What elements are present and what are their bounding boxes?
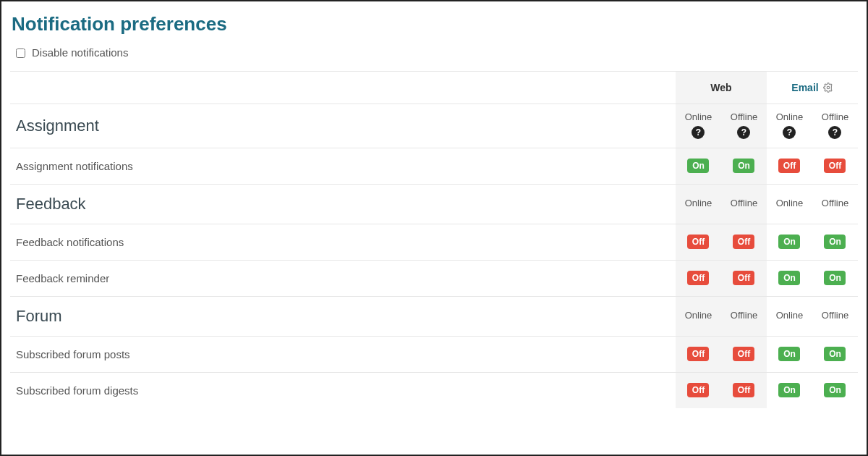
column-head: Offline? — [721, 104, 767, 148]
header-blank — [10, 72, 676, 104]
toggle-cell-email-offline: Off — [812, 148, 858, 184]
header-group-email: Email — [767, 72, 858, 104]
toggle-cell-web-online: Off — [676, 224, 721, 260]
row-label: Feedback notifications — [10, 224, 676, 260]
row-label: Subscribed forum digests — [10, 372, 676, 408]
toggle-cell-email-offline: On — [812, 372, 858, 408]
help-icon[interactable]: ? — [737, 126, 750, 139]
gear-icon[interactable] — [823, 83, 833, 93]
column-head: Offline — [721, 184, 767, 224]
disable-notifications-checkbox[interactable] — [16, 48, 25, 58]
toggle-email-online[interactable]: On — [778, 383, 800, 397]
toggle-web-offline[interactable]: Off — [733, 271, 754, 285]
table-row: Assignment notificationsOnOnOffOff — [10, 148, 858, 184]
toggle-email-offline[interactable]: On — [824, 347, 846, 361]
svg-point-0 — [827, 86, 830, 89]
toggle-web-offline[interactable]: Off — [733, 347, 754, 361]
toggle-cell-web-offline: On — [721, 148, 767, 184]
toggle-web-online[interactable]: Off — [687, 235, 709, 249]
toggle-web-offline[interactable]: On — [733, 159, 754, 173]
toggle-cell-email-online: Off — [767, 148, 812, 184]
toggle-web-online[interactable]: On — [687, 159, 709, 173]
column-head: Offline — [812, 184, 858, 224]
column-head: Online — [676, 296, 721, 336]
toggle-cell-web-offline: Off — [721, 372, 767, 408]
column-head: Online? — [676, 104, 721, 148]
toggle-email-offline[interactable]: On — [824, 383, 846, 397]
toggle-web-online[interactable]: Off — [687, 271, 709, 285]
column-head: Online — [767, 184, 812, 224]
row-label: Subscribed forum posts — [10, 336, 676, 372]
toggle-web-offline[interactable]: Off — [733, 235, 754, 249]
help-icon[interactable]: ? — [828, 126, 841, 139]
table-row: Subscribed forum digestsOffOffOnOn — [10, 372, 858, 408]
header-group-web: Web — [676, 72, 767, 104]
column-head: Online? — [767, 104, 812, 148]
column-head: Online — [676, 184, 721, 224]
toggle-web-offline[interactable]: Off — [733, 383, 754, 397]
toggle-cell-email-offline: On — [812, 260, 858, 296]
table-row: Feedback reminderOffOffOnOn — [10, 260, 858, 296]
toggle-cell-email-online: On — [767, 336, 812, 372]
disable-notifications-label: Disable notifications — [32, 46, 128, 59]
toggle-cell-web-offline: Off — [721, 224, 767, 260]
column-head: Offline? — [812, 104, 858, 148]
toggle-cell-email-online: On — [767, 372, 812, 408]
toggle-cell-web-online: On — [676, 148, 721, 184]
help-icon[interactable]: ? — [783, 126, 796, 139]
section-heading: Feedback — [10, 184, 676, 224]
toggle-cell-email-online: On — [767, 224, 812, 260]
table-row: Subscribed forum postsOffOffOnOn — [10, 336, 858, 372]
table-row: Feedback notificationsOffOffOnOn — [10, 224, 858, 260]
section-heading: Assignment — [10, 104, 676, 148]
page-title: Notification preferences — [12, 13, 858, 35]
header-web-label: Web — [676, 72, 767, 104]
toggle-email-online[interactable]: On — [778, 347, 800, 361]
toggle-email-online[interactable]: On — [778, 271, 800, 285]
toggle-cell-web-online: Off — [676, 260, 721, 296]
section-heading: Forum — [10, 296, 676, 336]
toggle-web-online[interactable]: Off — [687, 383, 709, 397]
help-icon[interactable]: ? — [692, 126, 705, 139]
toggle-web-online[interactable]: Off — [687, 347, 709, 361]
toggle-cell-web-online: Off — [676, 336, 721, 372]
disable-notifications-row[interactable]: Disable notifications — [13, 46, 858, 59]
toggle-email-online[interactable]: On — [778, 235, 800, 249]
toggle-cell-web-offline: Off — [721, 260, 767, 296]
toggle-cell-email-offline: On — [812, 336, 858, 372]
header-email-label: Email — [791, 82, 818, 93]
toggle-cell-web-online: Off — [676, 372, 721, 408]
toggle-cell-web-offline: Off — [721, 336, 767, 372]
toggle-cell-email-online: On — [767, 260, 812, 296]
toggle-email-offline[interactable]: Off — [824, 159, 846, 173]
column-head: Online — [767, 296, 812, 336]
row-label: Feedback reminder — [10, 260, 676, 296]
toggle-email-offline[interactable]: On — [824, 271, 846, 285]
column-head: Offline — [812, 296, 858, 336]
row-label: Assignment notifications — [10, 148, 676, 184]
column-head: Offline — [721, 296, 767, 336]
notification-table: Web Email AssignmentOnline?Offline?Onl — [10, 71, 858, 408]
toggle-cell-email-offline: On — [812, 224, 858, 260]
toggle-email-online[interactable]: Off — [778, 159, 800, 173]
toggle-email-offline[interactable]: On — [824, 235, 846, 249]
